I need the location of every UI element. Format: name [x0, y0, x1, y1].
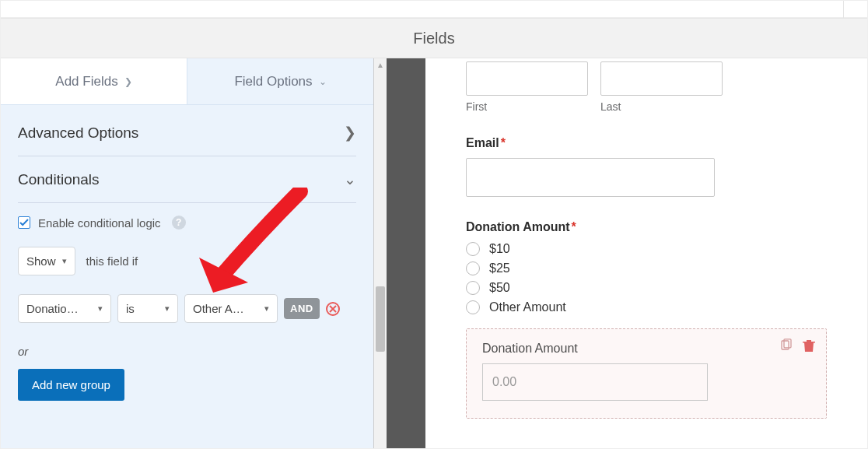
- radio-icon: [466, 242, 480, 256]
- last-name-label: Last: [600, 100, 723, 113]
- condition-field-select[interactable]: Donatio… ▾: [18, 294, 111, 323]
- rule-text: this field if: [86, 254, 138, 268]
- and-button[interactable]: AND: [284, 298, 320, 319]
- email-label: Email*: [466, 136, 827, 150]
- donation-amount-label: Donation Amount*: [466, 220, 827, 234]
- accordion-conditionals[interactable]: Conditionals ⌄: [18, 156, 356, 203]
- chevron-right-icon: ❯: [344, 124, 356, 142]
- radio-option[interactable]: $25: [466, 261, 827, 275]
- delete-rule-button[interactable]: [326, 302, 340, 316]
- radio-icon: [466, 281, 480, 295]
- radio-option[interactable]: $10: [466, 242, 827, 256]
- trash-icon[interactable]: [803, 339, 815, 355]
- radio-option[interactable]: $50: [466, 281, 827, 295]
- or-label: or: [18, 345, 356, 358]
- first-name-input[interactable]: [466, 61, 588, 96]
- form-preview: First Last Email* Donation Amount* $10 $…: [425, 58, 867, 448]
- page-title: Fields: [413, 30, 454, 47]
- required-icon: *: [501, 136, 506, 149]
- enable-conditional-label: Enable conditional logic: [38, 216, 161, 230]
- radio-option[interactable]: Other Amount: [466, 300, 827, 314]
- chevron-down-icon: ⌄: [319, 76, 327, 87]
- accordion-advanced-options[interactable]: Advanced Options ❯: [18, 110, 356, 156]
- divider-gutter: ▲: [374, 58, 387, 448]
- first-name-label: First: [466, 100, 588, 113]
- tab-field-options[interactable]: Field Options ⌄: [187, 58, 373, 105]
- radio-icon: [466, 300, 480, 314]
- tab-add-fields[interactable]: Add Fields ❯: [1, 58, 187, 105]
- condition-operator-select[interactable]: is ▾: [117, 294, 178, 323]
- chevron-down-icon: ▾: [98, 303, 103, 314]
- scroll-thumb[interactable]: [376, 286, 385, 352]
- help-icon[interactable]: ?: [172, 216, 186, 230]
- condition-value-select[interactable]: Other A… ▾: [184, 294, 278, 323]
- selected-field[interactable]: Donation Amount 0.00: [466, 328, 827, 419]
- right-panel: First Last Email* Donation Amount* $10 $…: [387, 58, 867, 448]
- scroll-up-icon[interactable]: ▲: [374, 58, 387, 71]
- top-strip: [1, 1, 867, 18]
- chevron-right-icon: ❯: [124, 76, 132, 87]
- action-select[interactable]: Show ▾: [18, 247, 75, 275]
- last-name-input[interactable]: [600, 61, 723, 96]
- enable-conditional-checkbox[interactable]: [18, 216, 30, 229]
- duplicate-icon[interactable]: [779, 339, 793, 355]
- radio-icon: [466, 261, 480, 275]
- left-panel: Add Fields ❯ Field Options ⌄ Advanced Op…: [1, 58, 374, 448]
- chevron-down-icon: ▾: [165, 303, 170, 314]
- required-icon: *: [572, 220, 576, 233]
- donation-amount-input[interactable]: 0.00: [482, 363, 708, 401]
- chevron-down-icon: ▾: [264, 303, 269, 314]
- add-new-group-button[interactable]: Add new group: [18, 369, 124, 401]
- chevron-down-icon: ▾: [62, 256, 67, 266]
- email-input[interactable]: [466, 158, 715, 197]
- focused-field-label: Donation Amount: [482, 342, 810, 356]
- chevron-down-icon: ⌄: [344, 170, 356, 188]
- page-header: Fields: [1, 18, 867, 58]
